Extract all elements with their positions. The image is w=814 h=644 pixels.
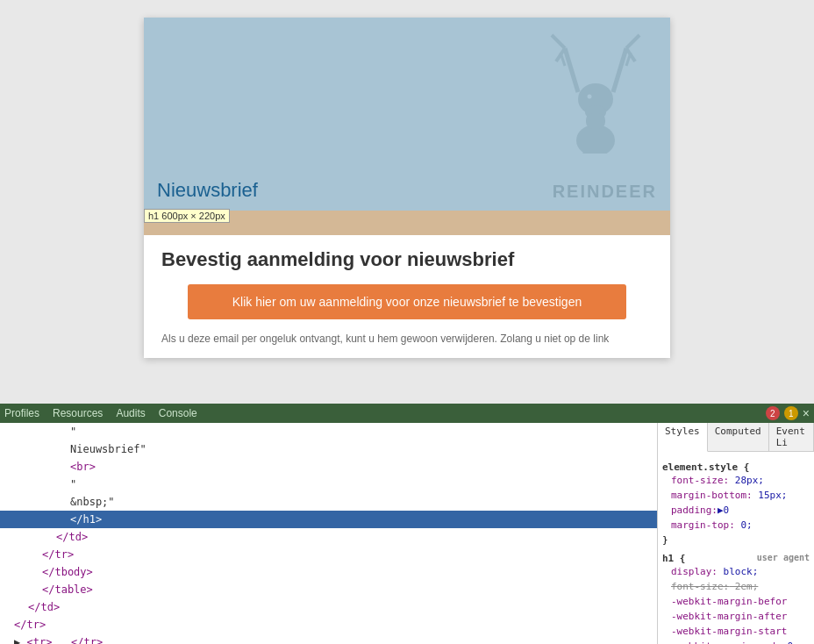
css-element-block: font-size: 28px; margin-bottom: 15px; pa… bbox=[671, 473, 810, 533]
email-header: Nieuwsbrief REINDEER bbox=[144, 18, 670, 211]
css-line: margin-bottom: 15px; bbox=[671, 488, 810, 503]
svg-line-1 bbox=[552, 35, 565, 48]
css-line: -webkit-margin-after bbox=[671, 609, 810, 624]
tab-styles[interactable]: Styles bbox=[658, 423, 708, 452]
email-header-brand: REINDEER bbox=[553, 182, 657, 202]
svg-point-10 bbox=[588, 95, 592, 99]
html-line: </tr> bbox=[0, 616, 657, 633]
deer-icon bbox=[547, 31, 653, 154]
tab-event-listeners[interactable]: Event Li bbox=[769, 423, 814, 451]
css-line: font-size: 2em; bbox=[671, 579, 810, 594]
html-line: </tr> bbox=[0, 546, 657, 563]
h1-size-tooltip: h1 600px × 220px bbox=[144, 209, 230, 223]
css-line: display: block; bbox=[671, 564, 810, 579]
html-line[interactable]: ▶ <tr>...</tr> bbox=[0, 633, 657, 644]
tab-audits[interactable]: Audits bbox=[116, 407, 145, 419]
email-header-title: Nieuwsbrief bbox=[157, 179, 258, 202]
svg-rect-12 bbox=[586, 113, 605, 129]
tab-computed[interactable]: Computed bbox=[708, 423, 769, 451]
css-line: } bbox=[662, 533, 810, 547]
devtools-status-icons: 2 1 × bbox=[766, 406, 810, 420]
css-selector-h1: h1 {user agent bbox=[662, 553, 810, 564]
styles-content: element.style { font-size: 28px; margin-… bbox=[658, 452, 814, 644]
close-button[interactable]: × bbox=[803, 406, 810, 420]
email-body-heading: Bevestig aanmelding voor nieuwsbrief bbox=[161, 248, 653, 271]
css-line: -webkit-margin-befor bbox=[671, 594, 810, 609]
css-line: padding:▶0 bbox=[671, 503, 810, 518]
email-preview-area: Nieuwsbrief REINDEER h1 600px × 220px Be… bbox=[0, 0, 814, 404]
html-line: " bbox=[0, 476, 657, 493]
tab-profiles[interactable]: Profiles bbox=[4, 407, 39, 419]
html-line: Nieuwsbrief" bbox=[0, 440, 657, 458]
html-panel[interactable]: " Nieuwsbrief" <br> " &nbsp;" </h1> </td… bbox=[0, 423, 658, 644]
svg-line-4 bbox=[613, 48, 626, 92]
email-body: Bevestig aanmelding voor nieuwsbrief Kli… bbox=[144, 235, 670, 358]
html-line: </table> bbox=[0, 581, 657, 598]
email-footer-text: Als u deze email per ongeluk ontvangt, k… bbox=[161, 333, 653, 345]
styles-tab-bar: Styles Computed Event Li bbox=[658, 423, 814, 452]
css-line: -webkit-margin-end: 0 bbox=[671, 639, 810, 644]
css-selector-element: element.style { bbox=[662, 462, 810, 473]
error-count-badge: 2 bbox=[766, 406, 780, 420]
tab-resources[interactable]: Resources bbox=[53, 407, 103, 419]
html-line: " bbox=[0, 423, 657, 440]
confirm-button[interactable]: Klik hier om uw aanmelding voor onze nie… bbox=[188, 284, 626, 319]
css-line: margin-top: 0; bbox=[671, 518, 810, 533]
styles-panel: Styles Computed Event Li element.style {… bbox=[658, 423, 814, 644]
devtools-content: " Nieuwsbrief" <br> " &nbsp;" </h1> </td… bbox=[0, 423, 814, 644]
email-beige-bar: h1 600px × 220px bbox=[144, 211, 670, 235]
css-line: -webkit-margin-start bbox=[671, 624, 810, 639]
html-line: &nbsp;" bbox=[0, 493, 657, 511]
html-line-selected: </h1> bbox=[0, 511, 657, 528]
html-line: </td> bbox=[0, 598, 657, 616]
email-preview-container: Nieuwsbrief REINDEER h1 600px × 220px Be… bbox=[144, 18, 670, 358]
html-line: </td> bbox=[0, 528, 657, 546]
svg-line-0 bbox=[565, 48, 578, 92]
css-line: font-size: 28px; bbox=[671, 473, 810, 488]
devtools-toolbar: Profiles Resources Audits Console 2 1 × bbox=[0, 404, 814, 423]
css-h1-block: display: block; font-size: 2em; -webkit-… bbox=[671, 564, 810, 644]
html-line: <br> bbox=[0, 458, 657, 476]
tab-console[interactable]: Console bbox=[159, 407, 197, 419]
html-line: </tbody> bbox=[0, 563, 657, 581]
svg-line-5 bbox=[626, 35, 639, 48]
warning-count-badge: 1 bbox=[784, 406, 798, 420]
